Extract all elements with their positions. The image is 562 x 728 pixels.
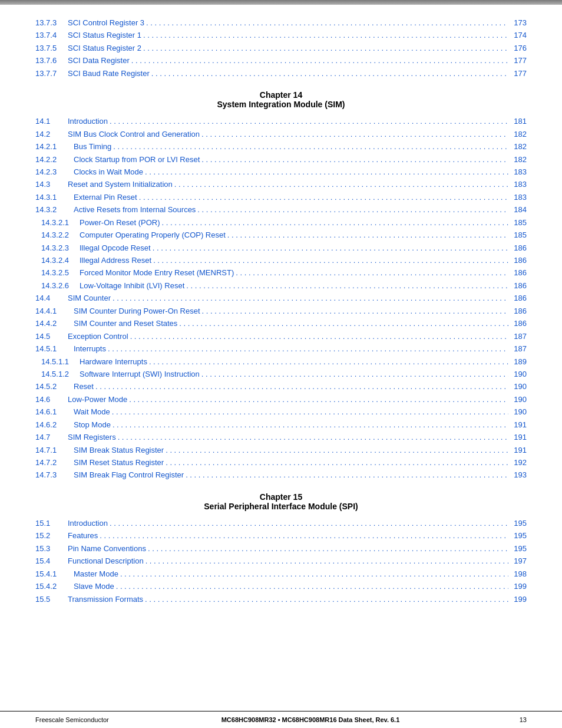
section-title: SCI Status Register 1 — [68, 29, 141, 41]
section-number: 14.4.1 — [35, 305, 74, 317]
section-number: 14.5.2 — [35, 380, 74, 393]
toc-entry[interactable]: 14.5.1.2Software Interrupt (SWI) Instruc… — [35, 368, 527, 380]
page-number: 195 — [510, 529, 527, 542]
toc-dots: . . . . . . . . . . . . . . . . . . . . … — [139, 191, 508, 203]
page-number: 190 — [510, 406, 527, 418]
page-number: 187 — [510, 342, 527, 355]
section-title: Illegal Address Reset — [80, 254, 151, 266]
section-title: Forced Monitor Mode Entry Reset (MENRST) — [80, 266, 234, 279]
toc-entry[interactable]: 14.6.2Stop Mode . . . . . . . . . . . . … — [35, 419, 527, 431]
section-number: 14.5 — [35, 330, 68, 342]
section-title: Low-Voltage Inhibit (LVI) Reset — [80, 279, 184, 292]
section-title: Wait Mode — [74, 406, 110, 418]
section-title: Reset and System Initialization — [68, 178, 173, 190]
toc-dots: . . . . . . . . . . . . . . . . . . . . … — [186, 469, 508, 481]
toc-dots: . . . . . . . . . . . . . . . . . . . . … — [145, 593, 508, 605]
toc-entry[interactable]: 14.3.2.6Low-Voltage Inhibit (LVI) Reset … — [35, 279, 527, 292]
toc-entry[interactable]: 13.7.7SCI Baud Rate Register . . . . . .… — [35, 67, 527, 80]
toc-entry[interactable]: 13.7.6SCI Data Register . . . . . . . . … — [35, 54, 527, 67]
page-number: 198 — [510, 568, 527, 580]
toc-dots: . . . . . . . . . . . . . . . . . . . . … — [130, 330, 508, 342]
toc-entry[interactable]: 14.4.1SIM Counter During Power-On Reset … — [35, 305, 527, 317]
section-number: 14.6.1 — [35, 406, 74, 418]
toc-entry[interactable]: 14.5.2Reset . . . . . . . . . . . . . . … — [35, 380, 527, 393]
toc-dots: . . . . . . . . . . . . . . . . . . . . … — [146, 17, 508, 29]
toc-entry[interactable]: 14.4.2SIM Counter and Reset States . . .… — [35, 317, 527, 330]
toc-dots: . . . . . . . . . . . . . . . . . . . . … — [113, 292, 508, 304]
section-number: 14.3.2 — [35, 203, 74, 216]
section-number: 14.2 — [35, 128, 68, 140]
toc-entry[interactable]: 14.3.2.2Computer Operating Properly (COP… — [35, 229, 527, 241]
toc-entry[interactable]: 14.3.2.3Illegal Opcode Reset . . . . . .… — [35, 242, 527, 254]
toc-dots: . . . . . . . . . . . . . . . . . . . . … — [179, 317, 508, 330]
section-title: Slave Mode — [74, 580, 114, 592]
toc-dots: . . . . . . . . . . . . . . . . . . . . … — [148, 542, 508, 555]
content-area: 13.7.3SCI Control Register 3 . . . . . .… — [0, 5, 562, 711]
toc-entry[interactable]: 15.4.1Master Mode . . . . . . . . . . . … — [35, 568, 527, 580]
toc-dots: . . . . . . . . . . . . . . . . . . . . … — [201, 153, 508, 166]
section-number: 14.3.2.2 — [35, 229, 80, 241]
toc-dots: . . . . . . . . . . . . . . . . . . . . … — [113, 419, 508, 431]
toc-entry[interactable]: 14.5.1Interrupts . . . . . . . . . . . .… — [35, 342, 527, 355]
toc-entry[interactable]: 14.3.2.5Forced Monitor Mode Entry Reset … — [35, 266, 527, 279]
toc-dots: . . . . . . . . . . . . . . . . . . . . … — [166, 444, 508, 456]
section-number: 14.2.1 — [35, 140, 74, 153]
page-number: 186 — [510, 254, 527, 266]
section-number: 15.5 — [35, 593, 68, 605]
toc-entry[interactable]: 13.7.3SCI Control Register 3 . . . . . .… — [35, 17, 527, 29]
section-number: 14.2.2 — [35, 153, 74, 166]
toc-dots: . . . . . . . . . . . . . . . . . . . . … — [143, 42, 508, 54]
toc-entry[interactable]: 14.2.1Bus Timing . . . . . . . . . . . .… — [35, 140, 527, 153]
toc-entry[interactable]: 15.1Introduction . . . . . . . . . . . .… — [35, 517, 527, 529]
toc-dots: . . . . . . . . . . . . . . . . . . . . … — [100, 529, 508, 542]
toc-entry[interactable]: 15.4Functional Description . . . . . . .… — [35, 555, 527, 567]
section-number: 15.4 — [35, 555, 68, 567]
section-title: SIM Break Flag Control Register — [74, 469, 184, 481]
page-number: 186 — [510, 317, 527, 330]
page-number: 183 — [510, 178, 527, 190]
section-number: 14.4 — [35, 292, 68, 304]
toc-entry[interactable]: 15.2Features . . . . . . . . . . . . . .… — [35, 529, 527, 542]
toc-entry[interactable]: 14.3.2.4Illegal Address Reset . . . . . … — [35, 254, 527, 266]
page-number: 192 — [510, 456, 527, 469]
toc-entry[interactable]: 13.7.4SCI Status Register 1 . . . . . . … — [35, 29, 527, 41]
chapter15-toc: 15.1Introduction . . . . . . . . . . . .… — [35, 517, 527, 605]
page-number: 191 — [510, 419, 527, 431]
section-number: 14.5.1 — [35, 342, 74, 355]
toc-entry[interactable]: 14.1Introduction . . . . . . . . . . . .… — [35, 115, 527, 127]
toc-entry[interactable]: 15.4.2Slave Mode . . . . . . . . . . . .… — [35, 580, 527, 592]
toc-entry[interactable]: 14.6Low-Power Mode . . . . . . . . . . .… — [35, 393, 527, 406]
section-number: 13.7.5 — [35, 42, 68, 54]
toc-entry[interactable]: 14.3.2Active Resets from Internal Source… — [35, 203, 527, 216]
toc-entry[interactable]: 14.3Reset and System Initialization . . … — [35, 178, 527, 190]
toc-entry[interactable]: 14.7SIM Registers . . . . . . . . . . . … — [35, 431, 527, 443]
toc-entry[interactable]: 14.5Exception Control . . . . . . . . . … — [35, 330, 527, 342]
chapter13-toc: 13.7.3SCI Control Register 3 . . . . . .… — [35, 17, 527, 80]
toc-entry[interactable]: 14.2SIM Bus Clock Control and Generation… — [35, 128, 527, 140]
toc-entry[interactable]: 13.7.5SCI Status Register 2 . . . . . . … — [35, 42, 527, 54]
toc-entry[interactable]: 15.5Transmission Formats . . . . . . . .… — [35, 593, 527, 605]
section-title: Reset — [74, 380, 94, 393]
toc-entry[interactable]: 14.3.1External Pin Reset . . . . . . . .… — [35, 191, 527, 203]
page-number: 193 — [510, 469, 527, 481]
toc-entry[interactable]: 14.4SIM Counter . . . . . . . . . . . . … — [35, 292, 527, 304]
toc-dots: . . . . . . . . . . . . . . . . . . . . … — [145, 166, 508, 178]
toc-dots: . . . . . . . . . . . . . . . . . . . . … — [118, 431, 508, 443]
toc-dots: . . . . . . . . . . . . . . . . . . . . … — [153, 254, 508, 266]
section-number: 14.3 — [35, 178, 68, 190]
toc-entry[interactable]: 14.2.2Clock Startup from POR or LVI Rese… — [35, 153, 527, 166]
toc-entry[interactable]: 14.3.2.1Power-On Reset (POR) . . . . . .… — [35, 216, 527, 229]
toc-dots: . . . . . . . . . . . . . . . . . . . . … — [113, 140, 508, 153]
toc-entry[interactable]: 14.2.3Clocks in Wait Mode . . . . . . . … — [35, 166, 527, 178]
toc-entry[interactable]: 14.7.2SIM Reset Status Register . . . . … — [35, 456, 527, 469]
toc-entry[interactable]: 14.7.3SIM Break Flag Control Register . … — [35, 469, 527, 481]
page-number: 177 — [510, 67, 527, 80]
chapter14-label: Chapter 14 — [35, 90, 527, 100]
section-number: 13.7.4 — [35, 29, 68, 41]
toc-entry[interactable]: 14.5.1.1Hardware Interrupts . . . . . . … — [35, 355, 527, 368]
toc-entry[interactable]: 14.6.1Wait Mode . . . . . . . . . . . . … — [35, 406, 527, 418]
toc-entry[interactable]: 14.7.1SIM Break Status Register . . . . … — [35, 444, 527, 456]
toc-dots: . . . . . . . . . . . . . . . . . . . . … — [95, 380, 508, 393]
toc-entry[interactable]: 15.3Pin Name Conventions . . . . . . . .… — [35, 542, 527, 555]
section-title: SCI Status Register 2 — [68, 42, 141, 54]
